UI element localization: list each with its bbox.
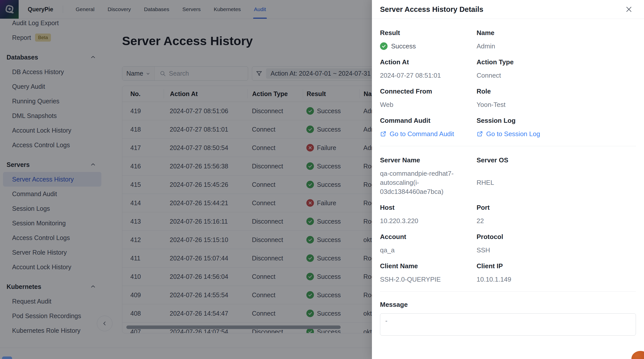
detail-field-server-name: Server Name qa-commandpie-redhat7-autosc… bbox=[380, 156, 477, 196]
detail-field-port: Port 22 bbox=[477, 204, 636, 225]
detail-field-row: Host 10.220.3.220 Port 22 bbox=[380, 204, 636, 225]
detail-field-label: Port bbox=[477, 204, 636, 211]
detail-field-label: Command Audit bbox=[380, 117, 477, 124]
detail-field-label: Protocol bbox=[477, 233, 636, 241]
section-divider bbox=[380, 291, 636, 292]
detail-field-value: 22 bbox=[477, 216, 636, 225]
detail-field-host: Host 10.220.3.220 bbox=[380, 204, 477, 225]
drawer-header: Server Access History Details bbox=[372, 0, 644, 19]
detail-field-value: Success bbox=[380, 42, 477, 51]
detail-field-row: Connected From Web Role Yoon-Test bbox=[380, 87, 636, 109]
detail-field-value: Connect bbox=[477, 71, 636, 80]
detail-field-value: Web bbox=[380, 100, 477, 109]
desktop-dock-sliver-left bbox=[2, 356, 12, 359]
detail-field-label: Host bbox=[380, 204, 477, 211]
detail-field-row: Command Audit Go to Command Audit Sessio… bbox=[380, 117, 636, 138]
detail-field-protocol: Protocol SSH bbox=[477, 233, 636, 255]
detail-field-name: Name Admin bbox=[477, 29, 636, 51]
external-link-icon bbox=[477, 131, 483, 137]
detail-field-label: Server OS bbox=[477, 156, 636, 164]
detail-field-value: 2024-07-27 08:51:01 bbox=[380, 71, 477, 80]
detail-field-value: qa-commandpie-redhat7-autoscaling(i-03dc… bbox=[380, 169, 477, 196]
detail-field-row: Account qa_a Protocol SSH bbox=[380, 233, 636, 255]
detail-server-fields: Server Name qa-commandpie-redhat7-autosc… bbox=[380, 156, 636, 284]
detail-field-action-type: Action Type Connect bbox=[477, 58, 636, 80]
detail-field-client-ip: Client IP 10.10.1.149 bbox=[477, 262, 636, 284]
detail-field-row: Result Success Name Admin bbox=[380, 29, 636, 51]
detail-field-label: Result bbox=[380, 29, 477, 37]
message-label: Message bbox=[380, 301, 636, 308]
app-window: QueryPie General Discovery Databases Ser… bbox=[0, 0, 644, 359]
detail-field-row: Action At 2024-07-27 08:51:01 Action Typ… bbox=[380, 58, 636, 80]
detail-field-row: Server Name qa-commandpie-redhat7-autosc… bbox=[380, 156, 636, 196]
drawer-title: Server Access History Details bbox=[380, 5, 483, 14]
message-box: - bbox=[380, 313, 636, 336]
detail-field-value: qa_a bbox=[380, 246, 477, 255]
detail-field-label: Server Name bbox=[380, 156, 477, 164]
detail-field-client-name: Client Name SSH-2.0-QUERYPIE bbox=[380, 262, 477, 284]
detail-field-value: Admin bbox=[477, 42, 636, 51]
detail-field-value: 10.220.3.220 bbox=[380, 216, 477, 225]
detail-field-label: Role bbox=[477, 87, 636, 95]
detail-field-row: Client Name SSH-2.0-QUERYPIE Client IP 1… bbox=[380, 262, 636, 284]
detail-field-label: Action Type bbox=[477, 58, 636, 66]
section-divider bbox=[380, 146, 636, 146]
check-icon bbox=[380, 42, 388, 50]
detail-field-label: Client Name bbox=[380, 262, 477, 270]
detail-field-value: Yoon-Test bbox=[477, 100, 636, 109]
detail-field-result: Result Success bbox=[380, 29, 477, 51]
detail-link[interactable]: Go to Command Audit bbox=[380, 129, 459, 138]
detail-field-value: SSH bbox=[477, 246, 636, 255]
detail-field-value: RHEL bbox=[477, 178, 636, 187]
detail-field-value: Go to Command Audit bbox=[380, 129, 477, 138]
detail-field-connected-from: Connected From Web bbox=[380, 87, 477, 109]
detail-field-label: Name bbox=[477, 29, 636, 37]
detail-field-label: Account bbox=[380, 233, 477, 241]
detail-field-label: Connected From bbox=[380, 87, 477, 95]
detail-link[interactable]: Go to Session Log bbox=[477, 129, 618, 138]
detail-field-server-os: Server OS RHEL bbox=[477, 156, 636, 196]
detail-field-value: Go to Session Log bbox=[477, 129, 636, 138]
detail-field-label: Client IP bbox=[477, 262, 636, 270]
external-link-icon bbox=[380, 131, 387, 137]
close-icon[interactable] bbox=[624, 4, 634, 14]
detail-field-role: Role Yoon-Test bbox=[477, 87, 636, 109]
detail-field-label: Session Log bbox=[477, 117, 636, 124]
detail-field-value: SSH-2.0-QUERYPIE bbox=[380, 275, 477, 284]
detail-field-command-audit: Command Audit Go to Command Audit bbox=[380, 117, 477, 138]
detail-field-value: 10.10.1.149 bbox=[477, 275, 636, 284]
detail-primary-fields: Result Success Name Admin Acti bbox=[380, 29, 636, 138]
detail-field-label: Action At bbox=[380, 58, 477, 66]
details-drawer: Server Access History Details Result Suc… bbox=[372, 0, 644, 359]
detail-field-account: Account qa_a bbox=[380, 233, 477, 255]
detail-field-action-at: Action At 2024-07-27 08:51:01 bbox=[380, 58, 477, 80]
drawer-body: Result Success Name Admin Acti bbox=[372, 29, 644, 336]
detail-field-session-log: Session Log Go to Session Log bbox=[477, 117, 636, 138]
